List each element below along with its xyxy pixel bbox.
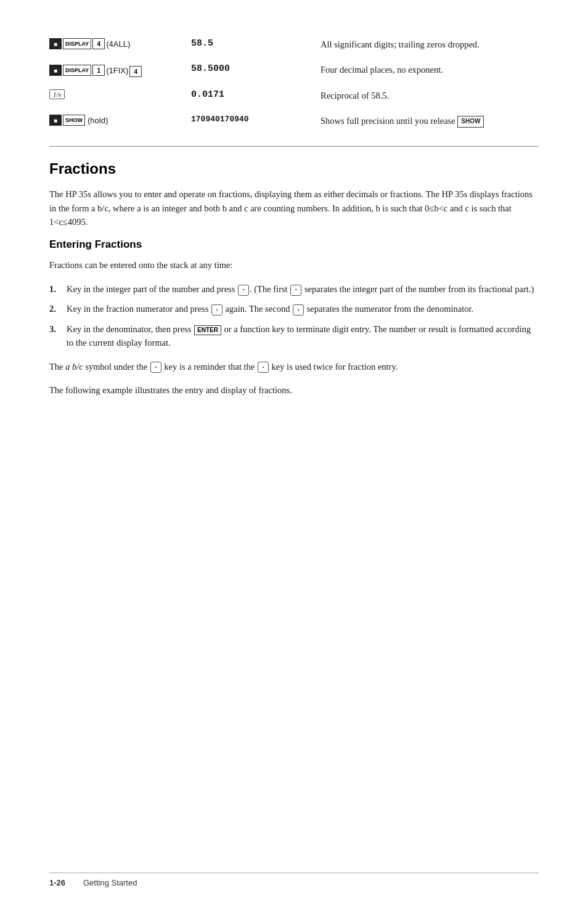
keys-col: ■ DISPLAY 1 (1FIX) 4 <box>49 62 191 77</box>
shift-key: ■ <box>49 65 62 76</box>
show-key-inline: SHOW <box>457 116 484 128</box>
keys-col: ■ SHOW (hold) <box>49 113 191 126</box>
hold-label: (hold) <box>88 116 108 125</box>
show-key: SHOW <box>63 115 85 126</box>
step-content: Key in the denominator, then press ENTER… <box>67 322 539 350</box>
result-desc: Shows full precision until you release S… <box>321 113 539 128</box>
dot-key: · <box>238 285 249 296</box>
display-key: DISPLAY <box>63 38 91 49</box>
list-item: 3. Key in the denominator, then press EN… <box>49 322 539 350</box>
result-value: 0.0171 <box>191 88 321 100</box>
table-row: ■ DISPLAY 4 (4ALL) 58.5 All significant … <box>49 37 539 51</box>
result-desc: Four decimal places, no exponent. <box>321 62 539 76</box>
footer-spacer <box>68 878 81 887</box>
dot-key: · <box>290 285 301 296</box>
list-item: 2. Key in the fraction numerator and pre… <box>49 302 539 316</box>
shift-key: ■ <box>49 38 62 49</box>
dot-key: · <box>258 362 269 373</box>
result-value: 58.5000 <box>191 62 321 74</box>
fractions-section: Fractions The HP 35s allows you to enter… <box>49 160 539 397</box>
result-desc: All significant digits; trailing zeros d… <box>321 37 539 51</box>
step-number: 3. <box>49 322 67 336</box>
table-row: 1/x 0.0171 Reciprocal of 58.5. <box>49 88 539 102</box>
reminder-para: The a b/c symbol under the · key is a re… <box>49 360 539 373</box>
dot-key: · <box>211 304 223 316</box>
keys-col: 1/x <box>49 88 191 99</box>
step-number: 2. <box>49 302 67 316</box>
result-value: 58.5 <box>191 37 321 49</box>
step-number: 1. <box>49 282 67 296</box>
display-table: ■ DISPLAY 4 (4ALL) 58.5 All significant … <box>49 37 539 128</box>
key-label: (1FIX) <box>106 66 128 75</box>
entering-fractions-title: Entering Fractions <box>49 238 539 251</box>
dot-key: · <box>293 304 304 316</box>
shift-key-2: ■ <box>49 115 62 126</box>
enter-key: ENTER <box>194 325 221 335</box>
list-item: 1. Key in the integer part of the number… <box>49 282 539 296</box>
entering-intro: Fractions can be entered onto the stack … <box>49 258 539 272</box>
one-key: 1 <box>92 65 105 76</box>
step-content: Key in the integer part of the number an… <box>67 282 539 296</box>
onex-key: 1/x <box>49 89 65 99</box>
footer-label: Getting Started <box>83 878 137 887</box>
table-row: ■ DISPLAY 1 (1FIX) 4 58.5000 Four decima… <box>49 62 539 77</box>
fractions-intro: The HP 35s allows you to enter and opera… <box>49 187 539 229</box>
four-key-2: 4 <box>129 66 142 77</box>
page-number: 1-26 <box>49 878 65 887</box>
dot-key: · <box>150 362 161 373</box>
steps-list: 1. Key in the integer part of the number… <box>49 282 539 350</box>
key-label: (4ALL) <box>106 39 130 49</box>
section-divider <box>49 146 539 147</box>
four-key: 4 <box>92 38 105 49</box>
page-footer: 1-26 Getting Started <box>49 873 539 887</box>
result-value: 170940170940 <box>191 113 321 124</box>
example-para: The following example illustrates the en… <box>49 383 539 397</box>
display-key: DISPLAY <box>63 65 91 76</box>
table-row: ■ SHOW (hold) 170940170940 Shows full pr… <box>49 113 539 128</box>
keys-col: ■ DISPLAY 4 (4ALL) <box>49 37 191 49</box>
result-desc: Reciprocal of 58.5. <box>321 88 539 102</box>
fractions-title: Fractions <box>49 160 539 177</box>
step-content: Key in the fraction numerator and press … <box>67 302 539 316</box>
